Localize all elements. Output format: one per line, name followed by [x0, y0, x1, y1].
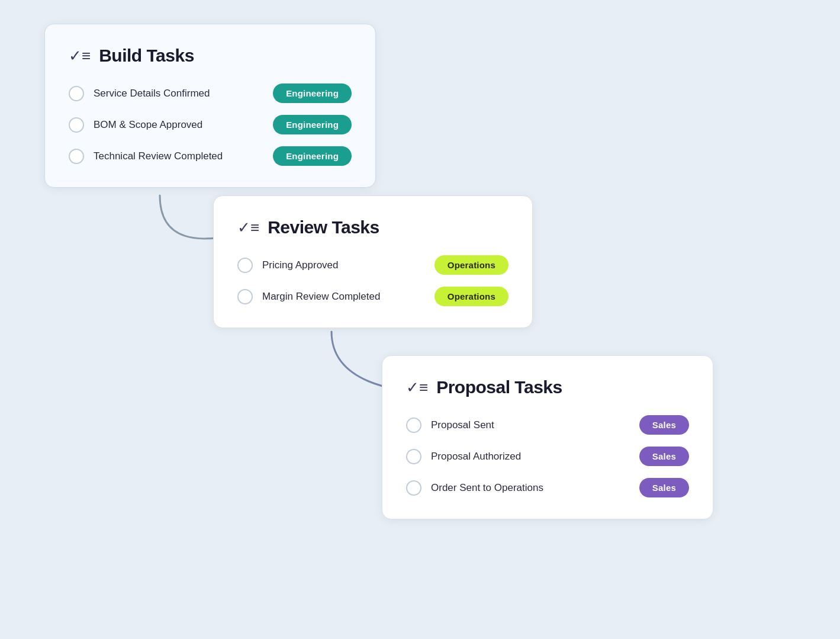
proposal-checklist-icon: ✓≡	[406, 380, 428, 395]
task-radio[interactable]	[69, 117, 84, 133]
task-row: Order Sent to Operations Sales	[406, 478, 689, 497]
task-label: BOM & Scope Approved	[94, 119, 263, 131]
proposal-tasks-card: ✓≡ Proposal Tasks Proposal Sent Sales Pr…	[382, 355, 713, 519]
task-radio[interactable]	[406, 418, 421, 433]
task-radio[interactable]	[69, 86, 84, 101]
task-badge-engineering[interactable]: Engineering	[273, 115, 352, 134]
task-badge-sales[interactable]: Sales	[639, 415, 689, 435]
task-radio[interactable]	[406, 480, 421, 496]
build-task-list: Service Details Confirmed Engineering BO…	[69, 84, 352, 166]
build-tasks-card: ✓≡ Build Tasks Service Details Confirmed…	[44, 24, 376, 188]
task-row: Service Details Confirmed Engineering	[69, 84, 352, 103]
task-row: Pricing Approved Operations	[237, 255, 508, 275]
review-task-list: Pricing Approved Operations Margin Revie…	[237, 255, 508, 306]
task-row: Technical Review Completed Engineering	[69, 146, 352, 166]
task-label: Technical Review Completed	[94, 150, 263, 162]
task-badge-engineering[interactable]: Engineering	[273, 84, 352, 103]
review-card-header: ✓≡ Review Tasks	[237, 217, 508, 237]
build-checklist-icon: ✓≡	[69, 48, 91, 63]
build-card-header: ✓≡ Build Tasks	[69, 46, 352, 66]
proposal-card-title: Proposal Tasks	[436, 377, 562, 397]
task-radio[interactable]	[406, 449, 421, 464]
task-badge-sales[interactable]: Sales	[639, 478, 689, 497]
proposal-task-list: Proposal Sent Sales Proposal Authorized …	[406, 415, 689, 497]
task-badge-sales[interactable]: Sales	[639, 447, 689, 466]
review-checklist-icon: ✓≡	[237, 220, 259, 235]
review-tasks-card: ✓≡ Review Tasks Pricing Approved Operati…	[213, 195, 533, 328]
task-label: Pricing Approved	[262, 259, 425, 271]
task-label: Margin Review Completed	[262, 291, 425, 303]
task-row: Proposal Sent Sales	[406, 415, 689, 435]
task-badge-engineering[interactable]: Engineering	[273, 146, 352, 166]
task-radio[interactable]	[69, 149, 84, 164]
task-label: Service Details Confirmed	[94, 88, 263, 99]
task-label: Order Sent to Operations	[431, 482, 630, 494]
task-row: BOM & Scope Approved Engineering	[69, 115, 352, 134]
proposal-card-header: ✓≡ Proposal Tasks	[406, 377, 689, 397]
task-label: Proposal Authorized	[431, 451, 630, 463]
task-label: Proposal Sent	[431, 419, 630, 431]
canvas: ✓≡ Build Tasks Service Details Confirmed…	[0, 0, 840, 639]
build-card-title: Build Tasks	[99, 46, 194, 66]
task-row: Proposal Authorized Sales	[406, 447, 689, 466]
review-card-title: Review Tasks	[268, 217, 379, 237]
task-radio[interactable]	[237, 289, 253, 304]
task-badge-operations[interactable]: Operations	[435, 287, 508, 306]
task-row: Margin Review Completed Operations	[237, 287, 508, 306]
task-radio[interactable]	[237, 258, 253, 273]
task-badge-operations[interactable]: Operations	[435, 255, 508, 275]
